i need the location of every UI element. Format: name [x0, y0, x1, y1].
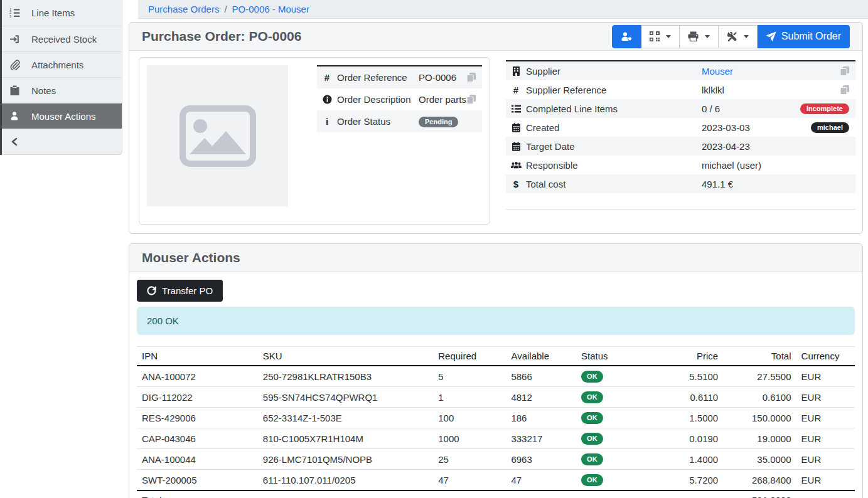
sidebar-item-label: Notes	[31, 85, 56, 96]
response-alert: 200 OK	[137, 307, 855, 335]
table-row: RES-429006 652-3314Z-1-503E 100 186 OK 1…	[137, 408, 855, 428]
mouser-items-table: IPN SKU Required Available Status Price …	[137, 346, 855, 498]
page-title: Purchase Order: PO-0006	[142, 29, 301, 44]
tasks-icon	[506, 105, 526, 113]
paperclip-icon	[8, 60, 21, 70]
detail-row-order-description: Order Description Order parts	[317, 88, 482, 110]
user-admin-button[interactable]	[612, 25, 641, 48]
info-circle-icon	[317, 95, 337, 104]
dollar-icon: $	[506, 179, 526, 189]
sidebar-item-notes[interactable]: Notes	[0, 77, 122, 103]
total-value: 501.0000	[723, 490, 796, 498]
col-required: Required	[433, 347, 506, 366]
order-image-placeholder[interactable]	[147, 65, 288, 206]
mouser-actions-panel-header: Mouser Actions	[129, 244, 862, 272]
mouser-actions-body: Transfer PO 200 OK IPN SKU Required Avai…	[129, 272, 862, 498]
mouser-actions-title: Mouser Actions	[142, 250, 240, 265]
copy-icon[interactable]	[840, 66, 849, 76]
col-status: Status	[576, 347, 654, 366]
supplier-details-table: Supplier Mouser # Supplier Reference lkl…	[506, 60, 855, 209]
toolbar: Submit Order	[612, 25, 850, 48]
list-ol-icon: 123	[8, 8, 21, 18]
col-total: Total	[723, 347, 796, 366]
caret-down-icon	[744, 35, 749, 38]
user-icon	[8, 111, 21, 121]
purchase-order-panel-header: Purchase Order: PO-0006	[129, 23, 862, 51]
table-row: DIG-112022 595-SN74HCS74QPWRQ1 1 4812 OK…	[137, 387, 855, 408]
qrcode-icon	[650, 31, 660, 41]
sidebar-item-received-stock[interactable]: Received Stock	[0, 26, 122, 51]
sidebar-left-edge	[0, 0, 2, 155]
sidebar: 123 Line Items Received Stock Attachment…	[0, 0, 122, 155]
incomplete-badge: Incomplete	[800, 103, 849, 114]
calendar-icon	[506, 123, 526, 132]
detail-row-total-cost: $ Total cost 491.1 €	[506, 174, 855, 193]
ok-badge: OK	[581, 391, 603, 403]
order-summary-card: # Order Reference PO-0006 Order Descript…	[139, 57, 490, 225]
status-badge: Pending	[419, 117, 458, 127]
submit-order-label: Submit Order	[781, 31, 841, 42]
supplier-link[interactable]: Mouser	[702, 66, 733, 77]
user-shield-icon	[621, 31, 633, 42]
transfer-po-button[interactable]: Transfer PO	[137, 280, 223, 302]
print-menu-button[interactable]	[680, 25, 719, 48]
detail-row-empty	[506, 193, 855, 209]
building-icon	[506, 66, 526, 76]
sidebar-item-mouser-actions[interactable]: Mouser Actions	[0, 103, 122, 129]
order-details-table: # Order Reference PO-0006 Order Descript…	[317, 65, 482, 216]
paper-plane-icon	[766, 31, 776, 42]
mouser-actions-panel: Mouser Actions Transfer PO 200 OK IPN SK…	[129, 243, 863, 498]
copy-icon[interactable]	[467, 95, 476, 104]
table-row: ANA-100072 250-72981KLRATR150B3 5 5866 O…	[137, 366, 855, 387]
hash-icon: #	[317, 72, 337, 83]
detail-row-order-reference: # Order Reference PO-0006	[317, 66, 482, 88]
sidebar-item-label: Line Items	[31, 8, 75, 18]
detail-row-supplier: Supplier Mouser	[506, 61, 855, 80]
breadcrumb-link-purchase-orders[interactable]: Purchase Orders	[148, 4, 219, 14]
order-actions-menu-button[interactable]	[719, 25, 758, 48]
ok-badge: OK	[581, 412, 603, 424]
transfer-po-label: Transfer PO	[162, 285, 213, 296]
sidebar-item-attachments[interactable]: Attachments	[0, 51, 122, 77]
calendar-icon	[506, 142, 526, 151]
breadcrumb-link-current[interactable]: PO-0006 - Mouser	[232, 4, 309, 14]
image-placeholder-icon	[179, 105, 256, 167]
purchase-order-panel: Purchase Order: PO-0006	[129, 22, 863, 234]
col-sku: SKU	[258, 347, 433, 366]
sign-in-icon	[8, 34, 21, 45]
svg-text:3: 3	[9, 14, 11, 18]
caret-down-icon	[705, 35, 710, 38]
detail-row-target-date: Target Date 2023-04-23	[506, 137, 855, 156]
copy-icon[interactable]	[840, 85, 849, 95]
submit-order-button[interactable]: Submit Order	[758, 25, 850, 48]
col-available: Available	[506, 347, 576, 366]
detail-row-completed-line-items: Completed Line Items 0 / 6 Incomplete	[506, 99, 855, 118]
ok-badge: OK	[581, 371, 603, 383]
ok-badge: OK	[581, 474, 603, 486]
col-price: Price	[654, 347, 723, 366]
barcode-menu-button[interactable]	[641, 25, 680, 48]
sidebar-item-line-items[interactable]: 123 Line Items	[0, 0, 122, 26]
col-currency: Currency	[796, 347, 855, 366]
table-total-row: Total 501.0000	[137, 490, 855, 498]
users-icon	[506, 161, 526, 169]
ok-badge: OK	[581, 433, 603, 445]
detail-row-responsible: Responsible michael (user)	[506, 156, 855, 174]
refresh-icon	[147, 286, 156, 295]
tools-icon	[727, 31, 737, 42]
detail-row-order-status: i Order Status Pending	[317, 110, 482, 132]
sidebar-item-label: Received Stock	[31, 34, 97, 45]
table-row: CAP-043046 810-C1005X7R1H104M 1000 33321…	[137, 428, 855, 449]
breadcrumb-separator: /	[224, 4, 227, 14]
copy-icon[interactable]	[467, 73, 476, 82]
sidebar-item-label: Attachments	[31, 60, 83, 70]
hash-icon: #	[506, 85, 526, 95]
info-icon: i	[317, 116, 337, 127]
col-ipn: IPN	[137, 347, 258, 366]
sidebar-collapse-button[interactable]	[0, 129, 122, 154]
sidebar-item-label: Mouser Actions	[31, 111, 96, 122]
table-header-row: IPN SKU Required Available Status Price …	[137, 347, 855, 366]
printer-icon	[688, 31, 699, 41]
detail-row-created: Created 2023-03-03 michael	[506, 118, 855, 137]
table-row: ANA-100044 926-LMC7101QM5/NOPB 25 6963 O…	[137, 449, 855, 470]
